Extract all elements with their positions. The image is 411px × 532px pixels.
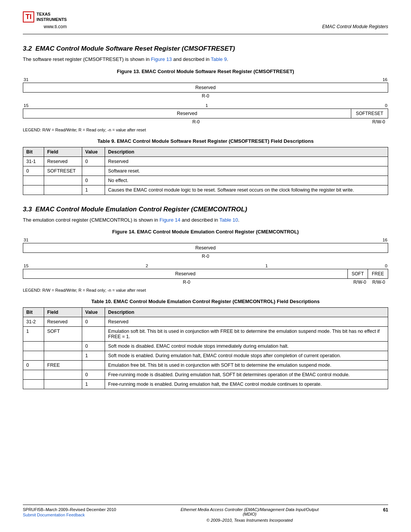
table-9: Bit Field Value Description 31-1 Reserve…: [23, 147, 388, 195]
table-row: 0 Soft mode is disabled. EMAC control mo…: [23, 342, 388, 351]
reg-top-value-cm: R-0: [23, 253, 388, 260]
cell-field: [44, 342, 82, 351]
soft-cell: SOFT: [348, 269, 368, 278]
section-3-3-intro: The emulation control register (CMEMCONT…: [23, 216, 388, 224]
logo-name: Texas Instruments: [37, 12, 67, 22]
cell-bit: [23, 342, 44, 351]
cell-desc: Causes the EMAC control module logic to …: [105, 185, 388, 195]
table-10: Bit Field Value Description 31-2 Reserve…: [23, 307, 388, 389]
cell-bit: 31-1: [23, 157, 44, 166]
cell-field: SOFTRESET: [44, 166, 82, 176]
col-header-value: Value: [82, 147, 105, 157]
legend-3-3: LEGEND: R/W = Read/Write; R = Read only;…: [23, 288, 388, 292]
logo-ti-text: TI: [25, 13, 32, 21]
footer-center: Ethernet Media Access Controller (EMAC)/…: [181, 507, 319, 522]
cell-bit: [23, 370, 44, 380]
cell-desc: Software reset.: [105, 166, 388, 176]
cell-field: Reserved: [44, 317, 82, 327]
cell-value: [82, 327, 105, 342]
cell-field: SOFT: [44, 327, 82, 342]
reg-bottom-row: Reserved SOFTRESET: [23, 109, 388, 118]
softreset-cell: SOFTRESET: [351, 109, 388, 118]
table-10-link[interactable]: Table 10: [219, 217, 238, 223]
cell-bit: 0: [23, 361, 44, 370]
cell-desc: Reserved: [105, 157, 388, 166]
soft-value: R/W-0: [350, 279, 369, 286]
section-3-3-title: 3.3 EMAC Control Module Emulation Contro…: [23, 206, 388, 213]
table-row: 1 Soft mode is enabled. During emulation…: [23, 351, 388, 361]
reserved-cell-bottom-cm: Reserved: [23, 269, 348, 278]
bits-31-16-labels: 31 16: [23, 77, 388, 82]
figure-14-title: Figure 14. EMAC Control Module Emulation…: [23, 229, 388, 235]
cell-bit: 1: [23, 327, 44, 342]
bits-15-0-labels-cm: 15 2 1 0: [23, 264, 388, 268]
reg-top-values: R-0: [23, 93, 388, 99]
reg-bottom-row-cm: Reserved SOFT FREE: [23, 269, 388, 279]
table-row: 31-1 Reserved 0 Reserved: [23, 157, 388, 166]
reg-top-row: Reserved: [23, 83, 388, 93]
col-header-field-10: Field: [44, 308, 82, 317]
table-row: 1 SOFT Emulation soft bit. This bit is u…: [23, 327, 388, 342]
col-header-value-10: Value: [82, 308, 105, 317]
reg-top-row-cm: Reserved: [23, 243, 388, 253]
cell-value: 1: [82, 380, 105, 389]
cell-desc: No effect.: [105, 176, 388, 185]
reserved-cell-top-cm: Reserved: [23, 243, 388, 252]
col-header-bit-10: Bit: [23, 308, 44, 317]
reserved-value-bottom-cm: R-0: [23, 279, 350, 286]
cell-value: 1: [82, 351, 105, 361]
cell-value: 0: [82, 370, 105, 380]
bits-31-16-labels-cm: 31 16: [23, 238, 388, 242]
cell-value: 0: [82, 176, 105, 185]
reg-top-values-cm: R-0: [23, 253, 388, 260]
figure-14-link[interactable]: Figure 14: [159, 217, 180, 223]
cell-field: [44, 351, 82, 361]
reg-top-value: R-0: [23, 93, 388, 99]
cell-value: 0: [82, 317, 105, 327]
table-row: 31-2 Reserved 0 Reserved: [23, 317, 388, 327]
register-diagram-cmsoftreset: 31 16 Reserved R-0 15 1 0 Reserved SOFTR…: [23, 77, 388, 125]
cell-bit: [23, 185, 44, 195]
bits-15-0-labels: 15 1 0: [23, 103, 388, 108]
cell-desc: Soft mode is enabled. During emulation h…: [105, 351, 388, 361]
table-9-link[interactable]: Table 9: [211, 56, 227, 62]
table-row: 0 No effect.: [23, 176, 388, 185]
col-header-desc-10: Description: [105, 308, 388, 317]
figure-13-title: Figure 13. EMAC Control Module Software …: [23, 69, 388, 74]
cell-value: 1: [82, 185, 105, 195]
cell-value: 0: [82, 342, 105, 351]
table-10-title: Table 10. EMAC Control Module Emulation …: [23, 299, 388, 304]
table-row: 0 SOFTRESET Software reset.: [23, 166, 388, 176]
footer-doc-id: SPRUFI5B–March 2009–Revised December 201…: [23, 507, 116, 512]
cell-field: [44, 380, 82, 389]
footer-copyright: © 2009–2010, Texas Instruments Incorpora…: [181, 518, 319, 522]
reg-bottom-values-cm: R-0 R/W-0 R/W-0: [23, 279, 388, 286]
cell-bit: [23, 176, 44, 185]
table-9-header-row: Bit Field Value Description: [23, 147, 388, 157]
register-diagram-cmemcontrol: 31 16 Reserved R-0 15 2 1 0 Reserved SOF…: [23, 238, 388, 286]
cell-bit: 31-2: [23, 317, 44, 327]
logo-box: TI: [23, 11, 34, 22]
footer-left: SPRUFI5B–March 2009–Revised December 201…: [23, 507, 116, 517]
footer: SPRUFI5B–March 2009–Revised December 201…: [23, 505, 388, 522]
cell-field: [44, 176, 82, 185]
table-row: 1 Causes the EMAC control module logic t…: [23, 185, 388, 195]
reserved-cell-bottom: Reserved: [23, 109, 351, 118]
legend-3-2: LEGEND: R/W = Read/Write; R = Read only;…: [23, 128, 388, 132]
cell-field: [44, 370, 82, 380]
cell-field: FREE: [44, 361, 82, 370]
col-header-desc: Description: [105, 147, 388, 157]
table-row: 0 Free-running mode is disabled. During …: [23, 370, 388, 380]
free-cell: FREE: [368, 269, 388, 278]
header-url: www.ti.com: [44, 24, 67, 31]
cell-field: Reserved: [44, 157, 82, 166]
section-3-2-intro: The software reset register (CMSOFTRESET…: [23, 56, 388, 63]
figure-13-link[interactable]: Figure 13: [151, 56, 172, 62]
cell-bit: 0: [23, 166, 44, 176]
col-header-bit: Bit: [23, 147, 44, 157]
footer-doc-title-1: Ethernet Media Access Controller (EMAC)/…: [181, 507, 319, 512]
footer-doc-title-2: (MDIO): [181, 512, 319, 516]
submit-feedback-link[interactable]: Submit Documentation Feedback: [23, 513, 116, 517]
cell-desc: Reserved: [105, 317, 388, 327]
section-3-2: 3.2 EMAC Control Module Software Reset R…: [23, 45, 388, 195]
